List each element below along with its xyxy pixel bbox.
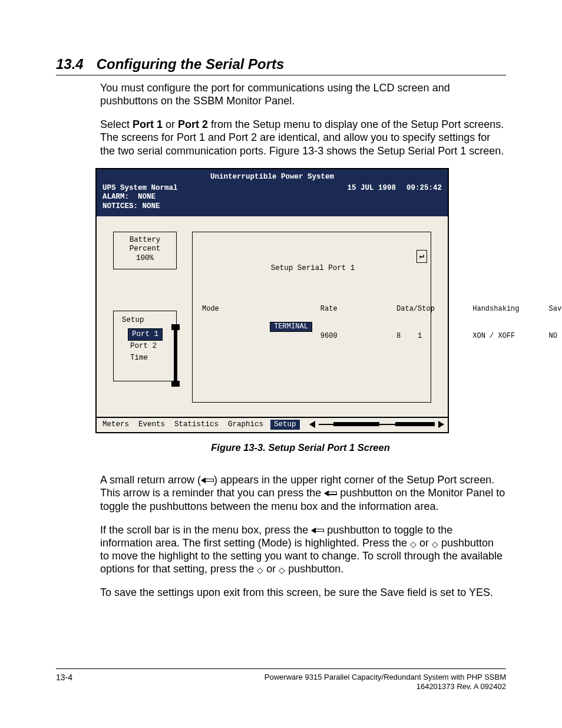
col-save[interactable]: Save NO [548, 287, 562, 358]
battery-line: Percent [114, 245, 176, 254]
lcd-screen: Uninterruptible Power System UPS System … [95, 168, 449, 433]
settings-row: Mode TERMINAL Rate 9600 Data/Stop 8 1 [202, 287, 424, 358]
left-arrow-icon: ◇ [410, 540, 416, 548]
figure-caption: Figure 13-3. Setup Serial Port 1 Screen [95, 442, 505, 453]
lcd-notices-value: NONE [143, 202, 160, 210]
menubar-slider[interactable] [309, 421, 444, 427]
lcd-date: 15 JUL 1998 [347, 184, 396, 193]
lcd-time: 09:25:42 [406, 184, 442, 193]
tab-statistics[interactable]: Statistics [172, 420, 221, 429]
lcd-figure: Uninterruptible Power System UPS System … [95, 168, 505, 454]
setup-port-panel: Setup Serial Port 1 Mode TERMINAL Rate 9… [192, 232, 431, 403]
paragraph-4: If the scroll bar is in the menu box, pr… [100, 523, 505, 576]
footer-line1: Powerware 9315 Parallel Capacity/Redunda… [265, 673, 506, 681]
menu-item-port1[interactable]: Port 1 [128, 328, 163, 341]
lcd-menubar: Meters Events Statistics Graphics Setup [97, 417, 448, 432]
down-arrow-icon: ◇ [279, 566, 285, 574]
tab-meters[interactable]: Meters [100, 420, 131, 429]
up-arrow-icon: ◇ [257, 566, 263, 574]
lcd-alarm-value: NONE [138, 193, 156, 201]
lcd-header: Uninterruptible Power System UPS System … [97, 169, 448, 216]
battery-line: 100% [114, 254, 176, 263]
lcd-notices-label: NOTICES: [103, 202, 138, 210]
page-footer: 13-4 Powerware 9315 Parallel Capacity/Re… [56, 668, 506, 692]
return-arrow-icon [311, 524, 324, 536]
tab-graphics[interactable]: Graphics [226, 420, 266, 429]
tab-setup[interactable]: Setup [270, 420, 300, 430]
paragraph-5: To save the settings upon exit from this… [100, 586, 505, 599]
setup-menu-title: Setup [122, 315, 170, 326]
right-arrow-icon: ◇ [432, 540, 438, 548]
return-arrow-icon [201, 474, 214, 486]
col-mode[interactable]: Mode TERMINAL [202, 287, 312, 358]
lcd-title: Uninterruptible Power System [103, 173, 442, 182]
paragraph-1: You must configure the port for communic… [100, 81, 505, 107]
col-handshaking[interactable]: Handshaking XON / XOFF [472, 287, 540, 358]
menu-item-port2[interactable]: Port 2 [128, 342, 159, 350]
return-arrow-icon[interactable] [416, 250, 427, 263]
footer-page-number: 13-4 [56, 673, 72, 682]
section-number: 13.4 [56, 56, 84, 73]
paragraph-3: A small return arrow () appears in the u… [100, 473, 505, 512]
paragraph-2: Select Port 1 or Port 2 from the Setup m… [100, 118, 505, 157]
lcd-body: Battery Percent 100% Setup Port 1 Port 2… [97, 216, 448, 417]
menu-item-time[interactable]: Time [128, 354, 150, 362]
section-heading: 13.4 Configuring the Serial Ports [56, 56, 506, 75]
col-rate[interactable]: Rate 9600 [320, 287, 388, 358]
setup-menu-scrollbar[interactable] [174, 328, 177, 383]
tab-events[interactable]: Events [136, 420, 167, 429]
setup-menu-panel[interactable]: Setup Port 1 Port 2 Time [113, 311, 177, 381]
return-arrow-icon [324, 487, 337, 499]
col-datastop[interactable]: Data/Stop 8 1 [396, 287, 464, 358]
lcd-alarm-label: ALARM: [103, 193, 129, 201]
battery-line: Battery [114, 236, 176, 245]
section-title: Configuring the Serial Ports [97, 56, 285, 73]
setup-port-title: Setup Serial Port 1 [202, 264, 424, 273]
battery-panel: Battery Percent 100% [113, 232, 177, 269]
lcd-status: UPS System Normal [103, 184, 178, 193]
footer-line2: 164201373 Rev. A 092402 [416, 682, 506, 691]
